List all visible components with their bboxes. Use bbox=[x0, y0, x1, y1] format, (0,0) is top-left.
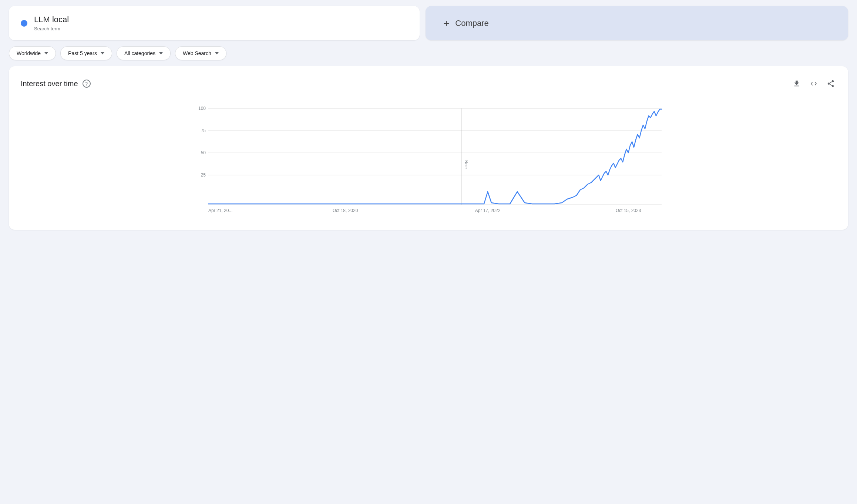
category-filter[interactable]: All categories bbox=[117, 46, 171, 60]
svg-text:Oct 15, 2023: Oct 15, 2023 bbox=[616, 208, 641, 213]
embed-button[interactable] bbox=[808, 78, 819, 89]
trend-line bbox=[208, 109, 662, 204]
chart-container: 100 75 50 25 Note Apr 21, 20... Oct 18, … bbox=[21, 101, 836, 221]
compare-label: Compare bbox=[455, 19, 488, 28]
term-name: LLM local bbox=[34, 15, 69, 24]
compare-card[interactable]: + Compare bbox=[426, 6, 848, 40]
search-type-chevron-icon bbox=[215, 52, 219, 54]
term-dot bbox=[21, 20, 27, 27]
embed-icon bbox=[810, 80, 818, 88]
time-filter[interactable]: Past 5 years bbox=[60, 46, 112, 60]
term-info: LLM local Search term bbox=[34, 15, 69, 31]
time-filter-label: Past 5 years bbox=[68, 50, 97, 56]
location-filter[interactable]: Worldwide bbox=[9, 46, 56, 60]
compare-plus-icon: + bbox=[443, 17, 449, 29]
svg-text:Oct 18, 2020: Oct 18, 2020 bbox=[333, 208, 358, 213]
download-icon bbox=[793, 80, 801, 88]
filters-bar: Worldwide Past 5 years All categories We… bbox=[0, 40, 857, 66]
chart-title: Interest over time bbox=[21, 80, 78, 88]
svg-text:Note: Note bbox=[464, 160, 468, 169]
svg-text:Apr 21, 20...: Apr 21, 20... bbox=[208, 208, 232, 213]
search-type-filter-label: Web Search bbox=[183, 50, 211, 56]
search-type-filter[interactable]: Web Search bbox=[175, 46, 226, 60]
interest-chart: 100 75 50 25 Note Apr 21, 20... Oct 18, … bbox=[21, 101, 836, 219]
chart-header: Interest over time ? bbox=[21, 78, 836, 89]
chart-title-group: Interest over time ? bbox=[21, 80, 91, 88]
search-term-card: LLM local Search term bbox=[9, 6, 420, 40]
chart-actions bbox=[791, 78, 836, 89]
term-type: Search term bbox=[34, 26, 69, 31]
download-button[interactable] bbox=[791, 78, 802, 89]
share-icon bbox=[827, 80, 835, 88]
location-filter-label: Worldwide bbox=[17, 50, 41, 56]
share-button[interactable] bbox=[825, 78, 836, 89]
svg-text:100: 100 bbox=[198, 106, 206, 111]
help-icon[interactable]: ? bbox=[83, 80, 91, 88]
main-content: Interest over time ? bbox=[0, 66, 857, 239]
svg-text:75: 75 bbox=[201, 128, 206, 133]
svg-text:50: 50 bbox=[201, 150, 206, 155]
category-filter-label: All categories bbox=[124, 50, 155, 56]
chart-card: Interest over time ? bbox=[9, 66, 848, 230]
location-chevron-icon bbox=[44, 52, 48, 54]
category-chevron-icon bbox=[159, 52, 163, 54]
svg-text:25: 25 bbox=[201, 172, 206, 178]
svg-text:Apr 17, 2022: Apr 17, 2022 bbox=[475, 208, 501, 213]
time-chevron-icon bbox=[101, 52, 104, 54]
